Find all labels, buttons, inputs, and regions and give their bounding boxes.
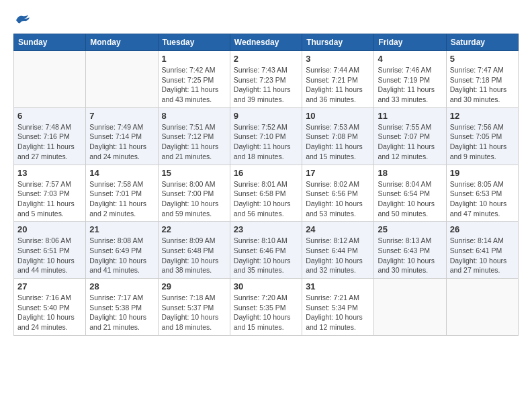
- day-info: Sunrise: 7:58 AMSunset: 7:01 PMDaylight:…: [89, 179, 154, 219]
- day-info: Sunrise: 7:21 AMSunset: 5:34 PMDaylight:…: [306, 293, 370, 332]
- calendar-week-row: 13Sunrise: 7:57 AMSunset: 7:03 PMDayligh…: [14, 165, 519, 222]
- day-number: 6: [17, 111, 82, 121]
- day-number: 9: [234, 111, 298, 121]
- day-info: Sunrise: 7:17 AMSunset: 5:38 PMDaylight:…: [89, 293, 154, 332]
- logo: [13, 13, 31, 27]
- calendar-cell: 29Sunrise: 7:18 AMSunset: 5:37 PMDayligh…: [158, 279, 230, 336]
- day-number: 26: [450, 224, 515, 234]
- calendar-table: SundayMondayTuesdayWednesdayThursdayFrid…: [13, 34, 519, 336]
- day-info: Sunrise: 7:53 AMSunset: 7:08 PMDaylight:…: [306, 122, 370, 162]
- weekday-header-row: SundayMondayTuesdayWednesdayThursdayFrid…: [14, 34, 519, 51]
- calendar-week-row: 27Sunrise: 7:16 AMSunset: 5:40 PMDayligh…: [14, 279, 519, 336]
- calendar-cell: 30Sunrise: 7:20 AMSunset: 5:35 PMDayligh…: [230, 279, 302, 336]
- day-info: Sunrise: 7:52 AMSunset: 7:10 PMDaylight:…: [234, 122, 298, 162]
- day-number: 21: [89, 224, 154, 234]
- day-number: 19: [450, 168, 515, 178]
- day-number: 22: [162, 224, 226, 234]
- day-info: Sunrise: 7:18 AMSunset: 5:37 PMDaylight:…: [162, 293, 226, 332]
- day-number: 14: [89, 168, 154, 178]
- weekday-header: Wednesday: [230, 34, 302, 51]
- calendar-cell: 28Sunrise: 7:17 AMSunset: 5:38 PMDayligh…: [86, 279, 158, 336]
- calendar-cell: 3Sunrise: 7:44 AMSunset: 7:21 PMDaylight…: [302, 51, 374, 108]
- calendar-cell: 27Sunrise: 7:16 AMSunset: 5:40 PMDayligh…: [14, 279, 86, 336]
- day-number: 7: [89, 111, 154, 121]
- day-number: 17: [306, 168, 370, 178]
- calendar-cell: 24Sunrise: 8:12 AMSunset: 6:44 PMDayligh…: [302, 222, 374, 279]
- calendar-cell: 12Sunrise: 7:56 AMSunset: 7:05 PMDayligh…: [446, 107, 518, 165]
- day-info: Sunrise: 7:20 AMSunset: 5:35 PMDaylight:…: [234, 293, 298, 332]
- day-number: 1: [162, 54, 226, 64]
- day-info: Sunrise: 7:51 AMSunset: 7:12 PMDaylight:…: [162, 122, 226, 162]
- day-info: Sunrise: 8:08 AMSunset: 6:49 PMDaylight:…: [89, 236, 154, 275]
- day-number: 5: [450, 54, 515, 64]
- weekday-header: Sunday: [14, 34, 86, 51]
- day-number: 23: [234, 224, 298, 234]
- calendar-cell: [86, 51, 158, 108]
- weekday-header: Friday: [374, 34, 446, 51]
- day-info: Sunrise: 7:56 AMSunset: 7:05 PMDaylight:…: [450, 122, 515, 162]
- day-info: Sunrise: 8:00 AMSunset: 7:00 PMDaylight:…: [162, 179, 226, 219]
- calendar-cell: 25Sunrise: 8:13 AMSunset: 6:43 PMDayligh…: [374, 222, 446, 279]
- calendar-cell: 9Sunrise: 7:52 AMSunset: 7:10 PMDaylight…: [230, 107, 302, 165]
- calendar-cell: 4Sunrise: 7:46 AMSunset: 7:19 PMDaylight…: [374, 51, 446, 108]
- calendar-cell: 18Sunrise: 8:04 AMSunset: 6:54 PMDayligh…: [374, 165, 446, 222]
- calendar-cell: 20Sunrise: 8:06 AMSunset: 6:51 PMDayligh…: [14, 222, 86, 279]
- calendar-cell: 26Sunrise: 8:14 AMSunset: 6:41 PMDayligh…: [446, 222, 518, 279]
- day-number: 13: [17, 168, 82, 178]
- day-info: Sunrise: 8:01 AMSunset: 6:58 PMDaylight:…: [234, 179, 298, 219]
- calendar-cell: 15Sunrise: 8:00 AMSunset: 7:00 PMDayligh…: [158, 165, 230, 222]
- day-info: Sunrise: 7:57 AMSunset: 7:03 PMDaylight:…: [17, 179, 82, 219]
- day-info: Sunrise: 8:10 AMSunset: 6:46 PMDaylight:…: [234, 236, 298, 275]
- day-info: Sunrise: 7:43 AMSunset: 7:23 PMDaylight:…: [234, 65, 298, 105]
- calendar-cell: 14Sunrise: 7:58 AMSunset: 7:01 PMDayligh…: [86, 165, 158, 222]
- day-number: 2: [234, 54, 298, 64]
- day-number: 3: [306, 54, 370, 64]
- calendar-week-row: 1Sunrise: 7:42 AMSunset: 7:25 PMDaylight…: [14, 51, 519, 108]
- day-info: Sunrise: 8:12 AMSunset: 6:44 PMDaylight:…: [306, 236, 370, 275]
- day-info: Sunrise: 8:04 AMSunset: 6:54 PMDaylight:…: [378, 179, 442, 219]
- day-info: Sunrise: 7:47 AMSunset: 7:18 PMDaylight:…: [450, 65, 515, 105]
- day-info: Sunrise: 7:42 AMSunset: 7:25 PMDaylight:…: [162, 65, 226, 105]
- weekday-header: Saturday: [446, 34, 518, 51]
- calendar-cell: 8Sunrise: 7:51 AMSunset: 7:12 PMDaylight…: [158, 107, 230, 165]
- calendar-cell: 22Sunrise: 8:09 AMSunset: 6:48 PMDayligh…: [158, 222, 230, 279]
- day-number: 29: [162, 281, 226, 291]
- day-info: Sunrise: 7:48 AMSunset: 7:16 PMDaylight:…: [17, 122, 82, 162]
- weekday-header: Tuesday: [158, 34, 230, 51]
- day-number: 24: [306, 224, 370, 234]
- calendar-cell: 23Sunrise: 8:10 AMSunset: 6:46 PMDayligh…: [230, 222, 302, 279]
- calendar-cell: 2Sunrise: 7:43 AMSunset: 7:23 PMDaylight…: [230, 51, 302, 108]
- calendar-cell: 17Sunrise: 8:02 AMSunset: 6:56 PMDayligh…: [302, 165, 374, 222]
- day-info: Sunrise: 7:49 AMSunset: 7:14 PMDaylight:…: [89, 122, 154, 162]
- calendar-week-row: 6Sunrise: 7:48 AMSunset: 7:16 PMDaylight…: [14, 107, 519, 165]
- calendar-cell: [446, 279, 518, 336]
- day-info: Sunrise: 8:14 AMSunset: 6:41 PMDaylight:…: [450, 236, 515, 275]
- day-info: Sunrise: 7:44 AMSunset: 7:21 PMDaylight:…: [306, 65, 370, 105]
- calendar-cell: 31Sunrise: 7:21 AMSunset: 5:34 PMDayligh…: [302, 279, 374, 336]
- calendar-cell: 16Sunrise: 8:01 AMSunset: 6:58 PMDayligh…: [230, 165, 302, 222]
- calendar-cell: 10Sunrise: 7:53 AMSunset: 7:08 PMDayligh…: [302, 107, 374, 165]
- day-number: 18: [378, 168, 442, 178]
- calendar-cell: 19Sunrise: 8:05 AMSunset: 6:53 PMDayligh…: [446, 165, 518, 222]
- day-info: Sunrise: 8:13 AMSunset: 6:43 PMDaylight:…: [378, 236, 442, 275]
- day-number: 20: [17, 224, 82, 234]
- calendar-cell: [14, 51, 86, 108]
- day-number: 12: [450, 111, 515, 121]
- calendar-cell: 5Sunrise: 7:47 AMSunset: 7:18 PMDaylight…: [446, 51, 518, 108]
- calendar-cell: 11Sunrise: 7:55 AMSunset: 7:07 PMDayligh…: [374, 107, 446, 165]
- day-number: 25: [378, 224, 442, 234]
- day-info: Sunrise: 7:16 AMSunset: 5:40 PMDaylight:…: [17, 293, 82, 332]
- calendar-cell: [374, 279, 446, 336]
- day-number: 31: [306, 281, 370, 291]
- calendar-cell: 13Sunrise: 7:57 AMSunset: 7:03 PMDayligh…: [14, 165, 86, 222]
- day-info: Sunrise: 8:02 AMSunset: 6:56 PMDaylight:…: [306, 179, 370, 219]
- day-number: 8: [162, 111, 226, 121]
- day-info: Sunrise: 8:06 AMSunset: 6:51 PMDaylight:…: [17, 236, 82, 275]
- day-number: 11: [378, 111, 442, 121]
- day-info: Sunrise: 8:09 AMSunset: 6:48 PMDaylight:…: [162, 236, 226, 275]
- page-header: [13, 13, 519, 27]
- day-number: 28: [89, 281, 154, 291]
- day-number: 4: [378, 54, 442, 64]
- day-info: Sunrise: 8:05 AMSunset: 6:53 PMDaylight:…: [450, 179, 515, 219]
- calendar-week-row: 20Sunrise: 8:06 AMSunset: 6:51 PMDayligh…: [14, 222, 519, 279]
